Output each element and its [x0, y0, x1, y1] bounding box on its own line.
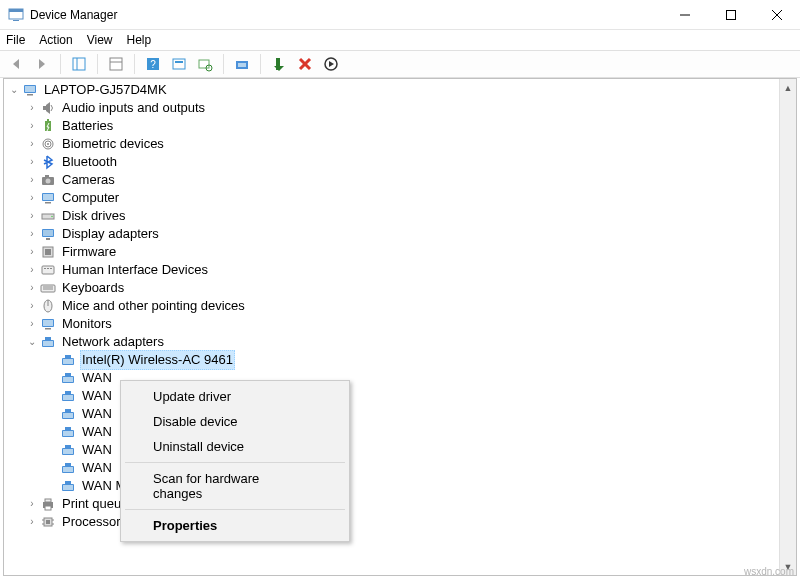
menu-action[interactable]: Action — [39, 33, 72, 47]
expand-icon[interactable]: › — [24, 190, 40, 206]
svg-rect-60 — [43, 341, 53, 346]
show-hide-tree-button[interactable] — [67, 52, 91, 76]
expand-icon[interactable]: › — [24, 118, 40, 134]
tree-category-label: Batteries — [60, 117, 115, 135]
tree-category[interactable]: ›Mice and other pointing devices — [6, 297, 796, 315]
action-button[interactable] — [167, 52, 191, 76]
forward-button[interactable] — [30, 52, 54, 76]
menu-view[interactable]: View — [87, 33, 113, 47]
tree-category[interactable]: ›Computer — [6, 189, 796, 207]
scan-button[interactable] — [193, 52, 217, 76]
tree-category[interactable]: ›Display adapters — [6, 225, 796, 243]
svg-rect-50 — [50, 268, 52, 269]
tree-category[interactable]: ›Monitors — [6, 315, 796, 333]
svg-rect-82 — [65, 463, 71, 466]
network-icon — [40, 334, 56, 350]
tree-device-label: WAN — [80, 387, 114, 405]
close-button[interactable] — [754, 0, 800, 30]
svg-rect-47 — [42, 266, 54, 274]
monitor-icon — [40, 316, 56, 332]
expand-icon[interactable]: › — [24, 496, 40, 512]
tree-category[interactable]: ›Disk drives — [6, 207, 796, 225]
bluetooth-icon — [40, 154, 56, 170]
processor-icon — [40, 514, 56, 530]
svg-rect-9 — [110, 58, 122, 70]
audio-icon — [40, 100, 56, 116]
tree-category-label: Cameras — [60, 171, 117, 189]
expand-icon[interactable]: › — [24, 262, 40, 278]
enable-button[interactable] — [267, 52, 291, 76]
back-button[interactable] — [4, 52, 28, 76]
svg-rect-36 — [45, 175, 49, 177]
disable-button[interactable] — [319, 52, 343, 76]
tree-category[interactable]: ›Batteries — [6, 117, 796, 135]
svg-marker-20 — [274, 66, 284, 71]
watermark: wsxdn.com — [744, 566, 794, 577]
tree-category[interactable]: ›Bluetooth — [6, 153, 796, 171]
expand-icon[interactable]: › — [24, 154, 40, 170]
tree-category-label: Audio inputs and outputs — [60, 99, 207, 117]
network-icon — [60, 352, 76, 368]
tree-category[interactable]: ›Cameras — [6, 171, 796, 189]
expand-icon[interactable]: › — [24, 208, 40, 224]
toolbar-separator — [60, 54, 61, 74]
tree-category[interactable]: ›Keyboards — [6, 279, 796, 297]
properties-button[interactable] — [104, 52, 128, 76]
expand-icon[interactable]: › — [24, 172, 40, 188]
expand-icon[interactable]: › — [24, 226, 40, 242]
tree-device-label: Intel(R) Wireless-AC 9461 — [80, 350, 235, 370]
svg-rect-15 — [199, 60, 209, 68]
disk-icon — [40, 208, 56, 224]
tree-device[interactable]: Intel(R) Wireless-AC 9461 — [6, 351, 796, 369]
toolbar-separator — [260, 54, 261, 74]
tree-category-label: Display adapters — [60, 225, 161, 243]
menu-file[interactable]: File — [6, 33, 25, 47]
help-button[interactable]: ? — [141, 52, 165, 76]
biometric-icon — [40, 136, 56, 152]
tree-category[interactable]: ›Audio inputs and outputs — [6, 99, 796, 117]
expand-icon[interactable]: › — [24, 244, 40, 260]
scroll-up-button[interactable]: ▲ — [780, 79, 796, 96]
ctx-properties[interactable]: Properties — [123, 513, 347, 538]
expand-icon[interactable]: › — [24, 280, 40, 296]
ctx-update-driver[interactable]: Update driver — [123, 384, 347, 409]
tree-category[interactable]: ›Biometric devices — [6, 135, 796, 153]
tree-category-label: Firmware — [60, 243, 118, 261]
tree-category[interactable]: ⌄Network adapters — [6, 333, 796, 351]
tree-device-label: WAN — [80, 459, 114, 477]
expand-icon[interactable]: ⌄ — [24, 334, 40, 350]
update-driver-button[interactable] — [230, 52, 254, 76]
ctx-scan-hardware[interactable]: Scan for hardware changes — [123, 466, 347, 506]
tree-category-label: Network adapters — [60, 333, 166, 351]
firmware-icon — [40, 244, 56, 260]
menu-help[interactable]: Help — [127, 33, 152, 47]
svg-rect-75 — [63, 431, 73, 436]
svg-rect-87 — [45, 499, 51, 502]
svg-rect-13 — [173, 59, 185, 69]
collapse-icon[interactable]: ⌄ — [6, 82, 22, 98]
expand-icon[interactable]: › — [24, 316, 40, 332]
expand-icon[interactable]: › — [24, 514, 40, 530]
svg-rect-1 — [9, 9, 23, 12]
svg-rect-26 — [25, 86, 35, 92]
svg-point-33 — [47, 143, 49, 145]
toolbar: ? — [0, 50, 800, 78]
expand-icon[interactable]: › — [24, 298, 40, 314]
vertical-scrollbar[interactable]: ▲ ▼ — [779, 79, 796, 575]
network-icon — [60, 478, 76, 494]
tree-category[interactable]: ›Firmware — [6, 243, 796, 261]
minimize-button[interactable] — [662, 0, 708, 30]
expand-icon[interactable]: › — [24, 136, 40, 152]
tree-category-label: Bluetooth — [60, 153, 119, 171]
tree-category[interactable]: ›Human Interface Devices — [6, 261, 796, 279]
svg-rect-72 — [63, 413, 73, 418]
tree-device-label: WAN — [80, 369, 114, 387]
tree-root[interactable]: ⌄LAPTOP-GJ57D4MK — [6, 81, 796, 99]
ctx-disable-device[interactable]: Disable device — [123, 409, 347, 434]
svg-point-41 — [51, 216, 53, 218]
expand-icon[interactable]: › — [24, 100, 40, 116]
maximize-button[interactable] — [708, 0, 754, 30]
uninstall-button[interactable] — [293, 52, 317, 76]
tree-category-label: Processors — [60, 513, 129, 531]
ctx-uninstall-device[interactable]: Uninstall device — [123, 434, 347, 459]
